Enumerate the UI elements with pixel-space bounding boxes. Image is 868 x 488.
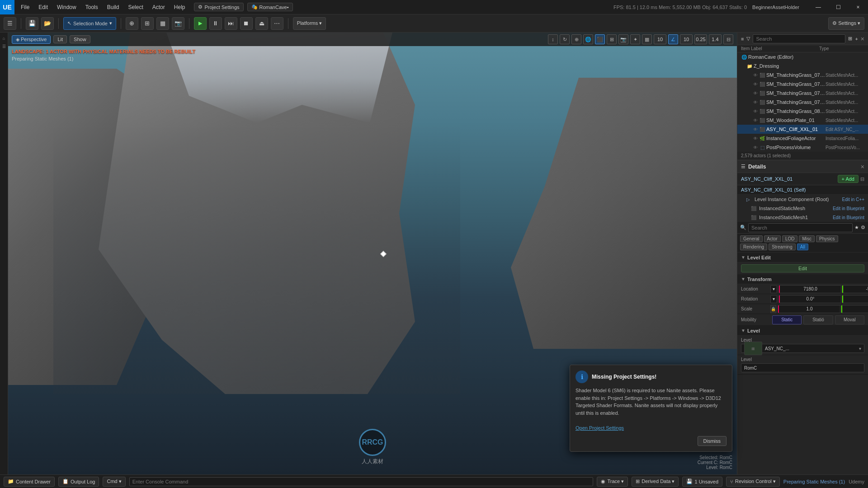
vp-translate-icon[interactable]: ↕ — [548, 34, 558, 44]
tree-sm4[interactable]: 👁 ⬛ SM_ThatchingGrass_07_04 StaticMeshAc… — [737, 98, 868, 107]
pause-btn[interactable]: ⏸ — [209, 17, 222, 30]
vp-rotate-icon[interactable]: ↻ — [560, 34, 570, 44]
options-btn[interactable]: ⋯ — [271, 17, 283, 30]
vp-grid-size[interactable]: 10 — [654, 34, 666, 44]
content-drawer-btn[interactable]: 📁 Content Drawer — [4, 477, 55, 487]
platforms-btn[interactable]: Platforms ▾ — [293, 17, 326, 30]
level-asset-value[interactable]: ▦ ASY_NC_... ▾ — [741, 344, 864, 353]
stop-btn[interactable]: ⏹ — [240, 17, 253, 30]
open-project-settings-link[interactable]: Open Project Settings — [576, 425, 624, 431]
output-log-btn[interactable]: 📋 Output Log — [58, 477, 99, 487]
eye-icon-3[interactable]: 👁 — [752, 91, 759, 96]
grid-btn[interactable]: ▦ — [156, 17, 169, 30]
open-btn[interactable]: 📂 — [41, 17, 54, 30]
vp-surface-icon[interactable]: ⬛ — [595, 34, 605, 44]
ls-layers-icon[interactable]: ☰ — [1, 44, 7, 51]
unsaved-btn[interactable]: 💾 1 Unsaved — [682, 477, 722, 487]
rotation-dropdown[interactable]: ▾ — [770, 295, 777, 303]
tree-sm5[interactable]: 👁 ⬛ SM_ThatchingGrass_08_01 StaticMeshAc… — [737, 107, 868, 116]
vp-camera-icon[interactable]: 📷 — [618, 34, 628, 44]
outliner-search[interactable] — [753, 34, 845, 43]
filter-physics[interactable]: Physics — [816, 235, 838, 242]
cmd-dropdown-btn[interactable]: Cmd ▾ — [103, 477, 125, 487]
filter-settings-icon[interactable]: ⚙ — [861, 225, 865, 230]
outliner-close-btn[interactable]: × — [861, 35, 864, 42]
level-section[interactable]: ▼ Level — [737, 326, 868, 336]
lit-btn[interactable]: Lit — [53, 35, 67, 43]
play-btn[interactable]: ▶ — [194, 17, 207, 30]
filter-fav-icon[interactable]: ★ — [854, 225, 859, 230]
derived-data-btn[interactable]: ⊞ Derived Data ▾ — [632, 477, 679, 487]
tree-sm6[interactable]: 👁 ⬛ SM_WoodenPlate_01 StaticMeshAct... — [737, 116, 868, 125]
console-command-input[interactable] — [129, 477, 594, 486]
save-btn[interactable]: 💾 — [26, 17, 38, 30]
maximize-btn[interactable]: ☐ — [828, 0, 848, 14]
outliner-add-icon[interactable]: + — [855, 36, 858, 42]
comp-root[interactable]: ▷ Level Instance Component (Root) Edit i… — [737, 195, 868, 204]
udemy-link[interactable]: Udemy — [849, 479, 864, 484]
vp-camera-speed[interactable]: 1.4 — [709, 34, 722, 44]
project-name-btn[interactable]: 🎭 RomanCave• — [247, 3, 293, 11]
comp-ism1-action[interactable]: Edit in Blueprint — [833, 206, 864, 211]
rotation-x-input[interactable] — [779, 295, 841, 303]
menu-file[interactable]: File — [16, 0, 34, 14]
vp-world-icon[interactable]: 🌐 — [583, 34, 593, 44]
eye-icon-5[interactable]: 👁 — [752, 109, 759, 114]
vp-angle-snap[interactable]: 10 — [680, 34, 693, 44]
tree-foliage[interactable]: 👁 🌿 InstancedFoliageActor InstancedFolia… — [737, 134, 868, 143]
eject-btn[interactable]: ⏏ — [255, 17, 268, 30]
location-x-input[interactable] — [779, 285, 841, 293]
scale-x-input[interactable] — [778, 305, 840, 313]
snap-btn[interactable]: ⊞ — [141, 17, 154, 30]
step-btn[interactable]: ⏭ — [225, 17, 237, 30]
eye-icon-4[interactable]: 👁 — [752, 100, 759, 105]
vp-layout-icon[interactable]: ⊟ — [723, 34, 733, 44]
perspective-btn[interactable]: ◈ Perspective — [12, 35, 51, 44]
vp-angle-icon[interactable]: ∠ — [668, 34, 678, 44]
add-component-btn[interactable]: + Add — [838, 175, 859, 183]
filter-rendering[interactable]: Rendering — [740, 244, 767, 250]
filter-streaming[interactable]: Streaming — [769, 244, 796, 250]
vp-grid-icon[interactable]: ▦ — [642, 34, 652, 44]
transform-section[interactable]: ▼ Transform — [737, 274, 868, 284]
mobility-movable-btn[interactable]: Moval — [835, 315, 864, 324]
eye-icon-6[interactable]: 👁 — [752, 118, 759, 123]
details-close-btn[interactable]: × — [861, 163, 864, 170]
location-y-input[interactable] — [842, 285, 868, 293]
filter-lod[interactable]: LOD — [782, 235, 798, 242]
outliner-view-icon[interactable]: ⊞ — [848, 36, 852, 42]
eye-icon-9[interactable]: 👁 — [752, 145, 759, 150]
vp-scale-snap[interactable]: 0.25 — [694, 34, 707, 44]
tree-sm2[interactable]: 👁 ⬛ SM_ThatchingGrass_07_02 StaticMeshAc… — [737, 80, 868, 89]
eye-icon-1[interactable]: 👁 — [752, 73, 759, 78]
menu-window[interactable]: Window — [52, 0, 81, 14]
mobility-static-btn[interactable]: Static — [772, 315, 802, 324]
menu-select[interactable]: Select — [123, 0, 147, 14]
menu-edit[interactable]: Edit — [34, 0, 52, 14]
tree-sm1[interactable]: 👁 ⬛ SM_ThatchingGrass_07_01 StaticMeshAc… — [737, 70, 868, 80]
details-menu-icon[interactable]: ⊟ — [860, 176, 864, 182]
mobility-stationary-btn[interactable]: Statió — [803, 315, 833, 324]
eye-icon-2[interactable]: 👁 — [752, 82, 759, 87]
comp-root-action[interactable]: Edit in C++ — [842, 197, 864, 202]
menu-help[interactable]: Help — [170, 0, 190, 14]
menu-build[interactable]: Build — [103, 0, 124, 14]
tree-zdressing[interactable]: 📁 Z_Dressing — [737, 61, 868, 70]
scale-lock-btn[interactable]: 🔒 — [770, 305, 776, 313]
close-btn[interactable]: × — [848, 0, 868, 14]
hamburger-menu-btn[interactable]: ☰ — [4, 17, 16, 30]
selection-mode-btn[interactable]: ↖ Selection Mode ▾ — [63, 17, 116, 30]
scale-y-input[interactable] — [841, 305, 868, 313]
camera-btn[interactable]: 📷 — [172, 17, 184, 30]
filter-all[interactable]: All — [797, 244, 808, 250]
tree-asy-cliff[interactable]: 👁 ⬛ ASY_NC_Cliff_XXL_01 Edit ASY_NC_... — [737, 125, 868, 134]
vp-scale-icon[interactable]: ⊕ — [571, 34, 581, 44]
filter-actor[interactable]: Actor — [764, 235, 781, 242]
comp-ism1[interactable]: ⬛ InstancedStaticMesh Edit in Blueprint — [737, 204, 868, 213]
edit-btn[interactable]: Edit — [741, 264, 864, 272]
transform-btn[interactable]: ⊕ — [126, 17, 138, 30]
dismiss-btn[interactable]: Dismiss — [698, 436, 727, 446]
ls-home-icon[interactable]: ⌂ — [1, 36, 7, 42]
details-search[interactable] — [748, 223, 853, 232]
filter-misc[interactable]: Misc — [799, 235, 815, 242]
